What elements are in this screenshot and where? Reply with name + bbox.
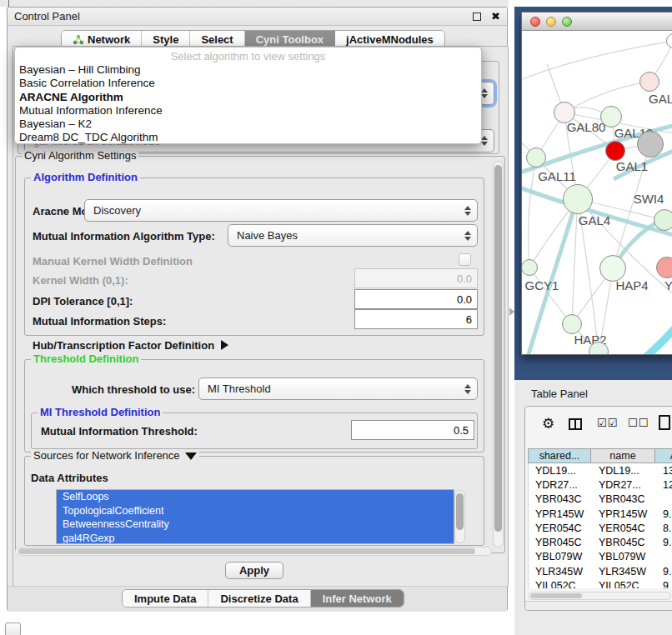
tab-discretize-data[interactable]: Discretize Data: [208, 590, 310, 607]
table-row[interactable]: YBL079WYBL079W: [529, 550, 672, 564]
tab-network-label: Network: [88, 33, 130, 46]
mi-threshold-field[interactable]: 0.5: [351, 420, 474, 440]
tab-network[interactable]: Network: [62, 31, 142, 48]
table-row[interactable]: YPR145WYPR145W9.: [529, 507, 672, 521]
manual-kernel-checkbox[interactable]: [459, 253, 471, 266]
table-cell: YBR043C: [529, 492, 592, 507]
tab-infer-network[interactable]: Infer Network: [311, 590, 404, 607]
scrollbar-thumb[interactable]: [530, 593, 582, 598]
kernel-width-label: Kernel Width (0,1):: [33, 274, 128, 287]
node-label: GAL: [649, 92, 672, 106]
minimized-panel-icon[interactable]: [5, 622, 21, 635]
network-node[interactable]: [522, 259, 538, 276]
cyni-algorithm-settings-title: Cyni Algorithm Settings: [22, 150, 138, 162]
apply-button[interactable]: Apply: [225, 562, 283, 579]
column-header-cut[interactable]: A: [655, 448, 672, 463]
table-cell: YIL052C: [592, 578, 656, 588]
checked-columns-icon[interactable]: ☑☑: [597, 417, 618, 429]
menu-item-basic-correlation[interactable]: Basic Correlation Inference: [15, 77, 481, 90]
kernel-width-field[interactable]: 0.0: [354, 268, 478, 288]
table-row[interactable]: YBR045CYBR045C9.: [529, 535, 672, 549]
network-canvas[interactable]: GALGAL80GAL10GAL1GAL11GAL4SWI4GCY1HAP4YH…: [522, 31, 672, 354]
mi-steps-field[interactable]: 6: [354, 309, 478, 329]
table-cell: 9.: [656, 564, 672, 578]
menu-item-bayesian-hill-climbing[interactable]: Bayesian – Hill Climbing: [15, 63, 481, 77]
float-window-icon[interactable]: [473, 12, 481, 21]
scrollbar-thumb[interactable]: [494, 165, 502, 532]
table-header: shared... name A: [528, 448, 672, 463]
tab-cyni-toolbox[interactable]: Cyni Toolbox: [245, 31, 335, 48]
network-node[interactable]: [562, 314, 582, 334]
new-table-icon[interactable]: [659, 415, 670, 430]
menu-item-dream8[interactable]: Dream8 DC_TDC Algorithm: [15, 131, 481, 144]
table-row[interactable]: YBR043CYBR043C: [529, 492, 672, 507]
network-node[interactable]: [526, 148, 546, 168]
settings-horizontal-scrollbar[interactable]: [15, 547, 492, 556]
column-header-shared-name[interactable]: shared...: [528, 448, 591, 463]
hub-section-label: Hub/Transcription Factor Definition: [33, 339, 214, 352]
scrollbar-thumb[interactable]: [456, 493, 464, 530]
menu-item-aracne[interactable]: ARACNE Algorithm: [15, 91, 481, 104]
table-cell: 13: [656, 463, 672, 478]
network-node[interactable]: [600, 106, 622, 128]
table-cell: YBR045C: [529, 535, 592, 549]
splitter-handle[interactable]: [509, 308, 514, 316]
stepper-arrows-icon: [464, 206, 471, 216]
table-cell: YBL079W: [529, 550, 592, 564]
table-row[interactable]: YIL052CYIL052C9: [529, 578, 672, 588]
table-cell: YER054C: [592, 521, 656, 535]
table-cell: YBL079W: [592, 550, 656, 564]
sources-toggle[interactable]: Sources for Network Inference: [31, 450, 199, 462]
which-threshold-select[interactable]: MI Threshold: [198, 378, 478, 400]
aracne-mode-select[interactable]: Discovery: [84, 199, 478, 222]
table-horizontal-scrollbar[interactable]: [528, 592, 671, 600]
menu-item-bayesian-k2[interactable]: Bayesian – K2: [15, 118, 481, 131]
mi-type-select[interactable]: Naive Bayes: [228, 224, 478, 247]
scrollbar-thumb[interactable]: [18, 548, 475, 554]
menu-item-mutual-information[interactable]: Mutual Information Inference: [15, 104, 481, 118]
node-label: GCY1: [525, 278, 559, 292]
gear-icon[interactable]: ⚙: [542, 417, 554, 431]
network-icon: [73, 34, 83, 45]
network-node[interactable]: [637, 131, 664, 158]
tab-select[interactable]: Select: [190, 31, 244, 48]
attributes-scrollbar[interactable]: [454, 490, 465, 543]
list-item[interactable]: BetweennessCentrality: [57, 518, 454, 532]
dpi-tolerance-field[interactable]: 0.0: [354, 289, 478, 309]
expanded-arrow-icon: [185, 452, 197, 460]
table-cell: [656, 550, 672, 564]
table-panel-footer: [525, 601, 672, 610]
settings-vertical-scrollbar[interactable]: [493, 161, 504, 548]
network-window-titlebar[interactable]: [522, 12, 672, 31]
close-traffic-light[interactable]: [530, 17, 540, 27]
network-node[interactable]: [605, 141, 625, 161]
minimize-traffic-light[interactable]: [546, 17, 556, 27]
column-header-name[interactable]: name: [591, 448, 655, 463]
node-label: GAL4: [579, 213, 610, 228]
hub-section-toggle[interactable]: Hub/Transcription Factor Definition: [33, 339, 228, 352]
list-item[interactable]: TopologicalCoefficient: [57, 504, 454, 518]
network-node[interactable]: [639, 72, 659, 92]
close-icon[interactable]: ✖: [491, 12, 500, 21]
tab-jactivemnodules[interactable]: jActiveMNodules: [335, 31, 444, 48]
tab-style[interactable]: Style: [142, 31, 190, 48]
network-node[interactable]: [656, 257, 672, 278]
network-node[interactable]: [654, 209, 672, 231]
tab-impute-data[interactable]: Impute Data: [123, 590, 208, 607]
columns-icon[interactable]: [569, 418, 582, 430]
mi-type-value: Naive Bayes: [237, 229, 298, 242]
control-panel-titlebar: Control Panel ✖: [8, 8, 507, 26]
zoom-traffic-light[interactable]: [562, 17, 572, 27]
table-row[interactable]: YER054CYER054C8.: [529, 521, 672, 535]
unchecked-columns-icon[interactable]: ☐☐: [628, 417, 649, 429]
list-item[interactable]: gal4RGexp: [57, 532, 454, 545]
bottom-tabs: Impute Data Discretize Data Infer Networ…: [122, 589, 404, 608]
list-item[interactable]: SelfLoops: [57, 490, 454, 504]
algorithm-dropdown-popup: Select algorithm to view settings Bayesi…: [14, 47, 482, 144]
tab-jactivemnodules-label: jActiveMNodules: [346, 33, 434, 46]
table-row[interactable]: YDL19...YDL19...13: [529, 463, 672, 478]
table-row[interactable]: YLR345WYLR345W9.: [529, 564, 672, 578]
table-cell: YIL052C: [529, 578, 592, 588]
network-node[interactable]: [563, 184, 593, 214]
table-row[interactable]: YDR27...YDR27...12: [529, 478, 672, 492]
